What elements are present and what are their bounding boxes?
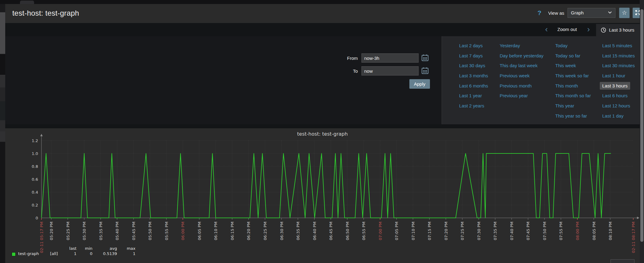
svg-text:07:20 PM: 07:20 PM xyxy=(444,222,448,240)
to-input[interactable] xyxy=(361,66,419,75)
svg-text:06:40 PM: 06:40 PM xyxy=(312,222,317,240)
quick-range-link[interactable]: Last 30 days xyxy=(459,62,488,72)
svg-text:07:45 PM: 07:45 PM xyxy=(526,222,530,240)
quick-range-link[interactable]: Last 2 days xyxy=(459,42,488,52)
favorite-star-button[interactable]: ☆ xyxy=(619,8,630,18)
cutoff-element xyxy=(611,259,634,263)
calendar-icon xyxy=(421,54,429,61)
time-range-tab[interactable]: Last 3 hours xyxy=(596,24,643,36)
svg-text:0.6: 0.6 xyxy=(32,177,38,182)
svg-text:0.2: 0.2 xyxy=(32,203,38,207)
to-calendar-button[interactable] xyxy=(421,67,429,75)
quick-range-link[interactable]: Last 3 months xyxy=(459,72,488,83)
help-icon[interactable]: ? xyxy=(537,9,541,17)
time-nav-row: ‹ Zoom out › Last 3 hours xyxy=(5,23,640,36)
svg-text:06:45 PM: 06:45 PM xyxy=(329,222,333,240)
quick-range-link[interactable]: Previous month xyxy=(500,83,544,93)
time-shift-right-icon[interactable]: › xyxy=(587,23,590,35)
header-bar: test-host: test-graph ? View as Graph ☆ xyxy=(5,4,640,23)
quick-range-link[interactable]: This month so far xyxy=(555,92,591,102)
svg-text:07:10 PM: 07:10 PM xyxy=(411,222,416,240)
svg-text:06:00 PM: 06:00 PM xyxy=(181,222,185,240)
quick-ranges-col3: Today Today so far This week This week s… xyxy=(555,42,591,123)
quick-range-link[interactable]: Last 1 hour xyxy=(602,72,635,83)
to-label: To xyxy=(339,68,358,74)
quick-range-link[interactable]: Previous week xyxy=(500,72,544,83)
quick-range-link[interactable]: Previous year xyxy=(500,92,544,102)
quick-range-link[interactable]: Last 6 months xyxy=(459,83,488,93)
svg-text:06:20 PM: 06:20 PM xyxy=(246,222,251,240)
svg-text:07:05 PM: 07:05 PM xyxy=(394,222,399,240)
quick-range-link-selected[interactable]: Last 3 hours xyxy=(602,83,635,93)
time-range-tab-label: Last 3 hours xyxy=(609,27,634,33)
scrollbar-thumb[interactable] xyxy=(640,9,643,242)
quick-range-link[interactable]: Last 6 hours xyxy=(602,92,635,102)
quick-range-link[interactable]: Last 12 hours xyxy=(602,102,635,113)
svg-text:0.4: 0.4 xyxy=(32,190,38,195)
sidebar-edge[interactable] xyxy=(0,4,5,263)
svg-text:08:00 PM: 08:00 PM xyxy=(575,222,580,240)
quick-range-link[interactable]: Day before yesterday xyxy=(500,52,544,63)
quick-range-link[interactable]: Last 1 day xyxy=(602,113,635,123)
sidebar-edge-seg xyxy=(0,131,5,142)
legend-header-min: min xyxy=(72,246,92,251)
svg-text:06:25 PM: 06:25 PM xyxy=(263,222,267,240)
quick-range-link[interactable]: Last 30 minutes xyxy=(602,62,635,72)
time-shift-left-icon[interactable]: ‹ xyxy=(545,23,548,35)
quick-range-link[interactable]: This month xyxy=(555,83,591,93)
from-input[interactable] xyxy=(361,53,419,63)
time-filter-panel: From To Apply Last 2 days Last 7 xyxy=(5,36,640,124)
graph-plot[interactable]: 00.20.40.60.81.01.202-11 05:17 PM05:20 P… xyxy=(5,128,640,263)
top-tab xyxy=(20,1,34,4)
svg-text:1.2: 1.2 xyxy=(32,138,38,143)
svg-text:07:50 PM: 07:50 PM xyxy=(542,222,547,240)
svg-text:1.0: 1.0 xyxy=(32,151,38,156)
clock-icon xyxy=(601,27,606,33)
sidebar-edge-seg xyxy=(0,4,5,12)
zoom-out-button[interactable]: Zoom out xyxy=(557,27,577,32)
quick-range-link[interactable]: Last 2 years xyxy=(459,102,488,113)
top-strip xyxy=(0,0,644,4)
quick-range-link[interactable]: This year xyxy=(555,102,591,113)
svg-text:06:50 PM: 06:50 PM xyxy=(345,222,350,240)
svg-text:06:10 PM: 06:10 PM xyxy=(213,222,218,240)
quick-range-link[interactable]: This week xyxy=(555,62,591,72)
quick-range-link[interactable]: Last 15 minutes xyxy=(602,52,635,63)
star-icon: ☆ xyxy=(622,10,627,16)
svg-text:08:10 PM: 08:10 PM xyxy=(608,222,613,240)
apply-button[interactable]: Apply xyxy=(409,79,430,89)
quick-range-link[interactable]: This year so far xyxy=(555,113,591,123)
svg-text:05:50 PM: 05:50 PM xyxy=(148,222,152,240)
quick-range-link[interactable]: Yesterday xyxy=(500,42,544,52)
legend-swatch xyxy=(12,252,16,256)
sidebar-edge-seg xyxy=(0,142,5,263)
svg-text:05:30 PM: 05:30 PM xyxy=(82,222,87,240)
chevron-down-icon xyxy=(608,11,612,14)
quick-range-link[interactable]: This day last week xyxy=(500,62,544,72)
quick-range-link[interactable]: Last 1 year xyxy=(459,92,488,102)
svg-text:05:20 PM: 05:20 PM xyxy=(49,222,54,240)
sidebar-edge-seg xyxy=(0,54,5,75)
legend-header-max: max xyxy=(112,246,135,251)
svg-text:07:40 PM: 07:40 PM xyxy=(509,222,514,240)
svg-text:07:30 PM: 07:30 PM xyxy=(477,222,481,240)
quick-range-link[interactable]: Today so far xyxy=(555,52,591,63)
from-calendar-button[interactable] xyxy=(421,54,429,62)
quick-range-link[interactable]: This week so far xyxy=(555,72,591,83)
sidebar-edge-seg xyxy=(0,101,5,120)
legend-value-max: 1 xyxy=(112,251,135,256)
svg-text:05:55 PM: 05:55 PM xyxy=(164,222,169,240)
svg-text:0: 0 xyxy=(36,216,38,220)
svg-text:02-11 08:17 PM: 02-11 08:17 PM xyxy=(631,222,636,253)
svg-text:06:15 PM: 06:15 PM xyxy=(230,222,235,240)
quick-range-link[interactable]: Today xyxy=(555,42,591,52)
svg-text:02-11 05:17 PM: 02-11 05:17 PM xyxy=(39,222,44,253)
svg-text:05:35 PM: 05:35 PM xyxy=(99,222,103,240)
quick-range-link[interactable]: Last 7 days xyxy=(459,52,488,63)
time-filter-area: ‹ Zoom out › Last 3 hours From To xyxy=(5,23,640,128)
from-label: From xyxy=(339,56,358,61)
svg-text:06:35 PM: 06:35 PM xyxy=(296,222,300,240)
quick-range-link[interactable]: Last 5 minutes xyxy=(602,42,635,52)
calendar-icon xyxy=(421,67,429,74)
svg-text:08:05 PM: 08:05 PM xyxy=(592,222,596,240)
